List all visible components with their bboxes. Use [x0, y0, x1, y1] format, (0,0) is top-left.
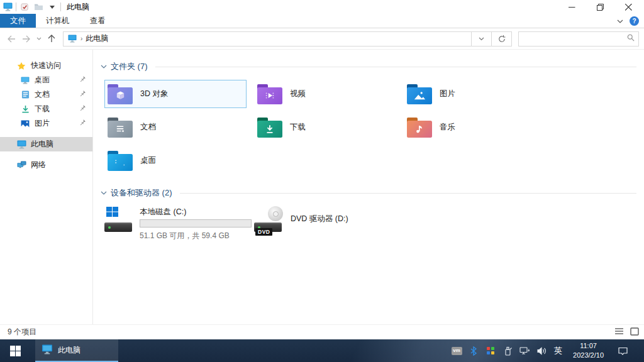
- navigation-pane: 快速访问 桌面 文档: [0, 50, 93, 324]
- titlebar-separator: [16, 3, 16, 11]
- folder-label: 图片: [440, 89, 455, 99]
- close-button[interactable]: [614, 0, 643, 14]
- minimize-button[interactable]: [558, 0, 586, 14]
- disc-icon: [268, 206, 283, 221]
- sidebar-item-documents[interactable]: 文档: [0, 87, 92, 102]
- sidebar-item-desktop[interactable]: 桌面: [0, 73, 92, 87]
- folder-label: 桌面: [140, 155, 156, 166]
- this-pc-task-icon: [42, 344, 53, 356]
- folder-downloads-icon: [257, 116, 282, 139]
- sidebar-item-label: 网络: [31, 160, 46, 170]
- clock-time: 11:07: [580, 342, 597, 349]
- folder-tile-3d-objects[interactable]: 3D 对象: [101, 77, 250, 111]
- folders-group-header[interactable]: 文件夹 (7): [101, 61, 636, 72]
- bluetooth-icon[interactable]: [468, 345, 479, 356]
- drive-label: DVD 驱动器 (D:): [291, 214, 348, 224]
- sidebar-item-label: 快速访问: [31, 60, 61, 71]
- local-disk-icon: [104, 206, 135, 234]
- clock-date: 2023/2/10: [573, 351, 604, 359]
- folder-tile-videos[interactable]: 视频: [250, 77, 400, 111]
- drive-tile-dvd[interactable]: DVD DVD 驱动器 (D:): [250, 204, 400, 244]
- breadcrumb-chevron: ›: [80, 35, 82, 42]
- folder-music-icon: [407, 116, 432, 139]
- search-input[interactable]: [523, 35, 627, 43]
- search-icon: [627, 34, 635, 43]
- this-pc-icon: [16, 140, 26, 150]
- tab-file[interactable]: 文件: [0, 14, 36, 28]
- sidebar-item-pictures[interactable]: 图片: [0, 116, 92, 131]
- folder-label: 下载: [290, 122, 306, 133]
- help-icon[interactable]: ?: [630, 16, 639, 26]
- vmware-tools-icon[interactable]: vm: [451, 345, 462, 356]
- back-button[interactable]: [4, 31, 19, 47]
- quick-access-toolbar: [19, 2, 57, 12]
- refresh-button[interactable]: [492, 31, 512, 47]
- group-collapse-icon: [101, 65, 107, 69]
- desktop-icon: [20, 75, 30, 85]
- search-box[interactable]: [518, 31, 639, 47]
- breadcrumb-root[interactable]: 此电脑: [86, 33, 108, 44]
- network-icon: [16, 160, 26, 170]
- task-button-label: 此电脑: [58, 345, 80, 356]
- folder-label: 文档: [140, 122, 156, 133]
- sidebar-item-label: 图片: [35, 118, 50, 129]
- main-area: 快速访问 桌面 文档: [0, 50, 644, 324]
- breadcrumb-pc-icon: [67, 34, 77, 44]
- star-icon: [16, 61, 26, 71]
- drives-group-header[interactable]: 设备和驱动器 (2): [101, 187, 636, 199]
- folder-tile-downloads[interactable]: 下载: [250, 111, 400, 144]
- volume-icon[interactable]: [536, 345, 547, 356]
- ribbon-collapse-icon[interactable]: [617, 16, 623, 25]
- tab-view[interactable]: 查看: [80, 14, 116, 28]
- folder-tile-documents[interactable]: 文档: [101, 111, 250, 144]
- folder-tile-desktop[interactable]: 桌面: [101, 144, 250, 177]
- this-pc-app-icon: [3, 2, 13, 12]
- sidebar-item-label: 桌面: [35, 75, 50, 85]
- folder-tile-pictures[interactable]: 图片: [400, 77, 550, 111]
- downloads-icon: [20, 104, 30, 114]
- address-bar[interactable]: › 此电脑: [63, 31, 472, 47]
- network-icon[interactable]: [519, 345, 530, 356]
- group-collapse-icon: [101, 191, 107, 195]
- ime-indicator[interactable]: 英: [553, 345, 564, 356]
- colored-app-icon[interactable]: [485, 345, 496, 356]
- sidebar-item-downloads[interactable]: 下载: [0, 102, 92, 116]
- sidebar-item-quick-access[interactable]: 快速访问: [0, 58, 92, 73]
- restore-button[interactable]: [586, 0, 614, 14]
- recent-locations-icon[interactable]: [34, 31, 44, 47]
- disk-usage-bar: [140, 219, 252, 228]
- usb-eject-icon[interactable]: [502, 345, 513, 356]
- drives-group-label: 设备和驱动器 (2): [111, 187, 172, 199]
- tab-computer[interactable]: 计算机: [36, 14, 80, 28]
- taskbar-clock[interactable]: 11:07 2023/2/10: [569, 341, 608, 360]
- new-folder-icon[interactable]: [33, 2, 43, 12]
- item-count: 9 个项目: [8, 327, 36, 337]
- details-view-icon[interactable]: [614, 327, 624, 337]
- pin-icon: [79, 119, 86, 128]
- window-title: 此电脑: [67, 2, 89, 13]
- forward-button[interactable]: [19, 31, 34, 47]
- folder-documents-icon: [108, 116, 133, 139]
- navigation-bar: › 此电脑: [0, 28, 644, 50]
- qat-dropdown-icon[interactable]: [47, 2, 57, 12]
- action-center-icon[interactable]: [617, 345, 628, 356]
- start-button[interactable]: [0, 339, 30, 362]
- address-dropdown-button[interactable]: [472, 31, 492, 47]
- drive-label: 本地磁盘 (C:): [140, 207, 252, 217]
- properties-check-icon[interactable]: [19, 2, 30, 12]
- documents-icon: [20, 90, 30, 100]
- ribbon-right-controls: ?: [617, 14, 644, 28]
- drive-tile-local-disk-c[interactable]: 本地磁盘 (C:) 51.1 GB 可用，共 59.4 GB: [101, 204, 250, 244]
- folders-grid: 3D 对象 视频: [101, 77, 550, 177]
- sidebar-gap: [0, 131, 92, 137]
- sidebar-item-this-pc[interactable]: 此电脑: [0, 137, 92, 151]
- up-button[interactable]: [44, 31, 59, 47]
- drive-capacity-text: 51.1 GB 可用，共 59.4 GB: [140, 231, 252, 241]
- taskbar-task-this-pc[interactable]: 此电脑: [35, 339, 118, 362]
- sidebar-item-network[interactable]: 网络: [0, 158, 92, 172]
- folder-tile-music[interactable]: 音乐: [400, 111, 550, 144]
- pin-icon: [79, 104, 86, 113]
- folder-label: 视频: [290, 89, 306, 99]
- large-icons-view-icon[interactable]: [630, 327, 639, 337]
- sidebar-item-label: 文档: [35, 89, 50, 100]
